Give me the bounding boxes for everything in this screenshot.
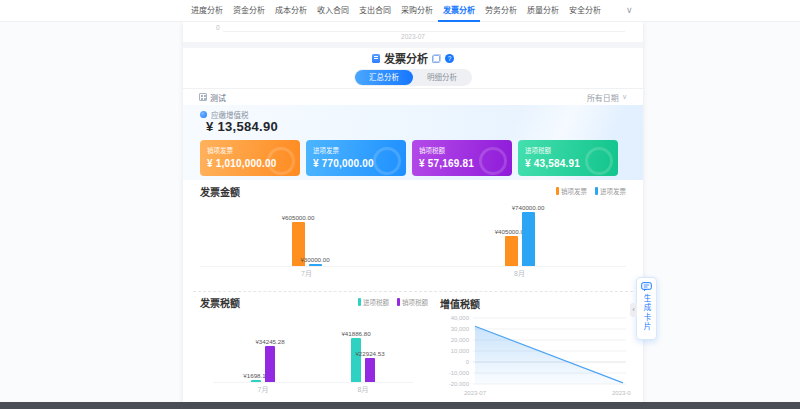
summary-band: 应缴增值税 ¥ 13,584.90 销项发票¥ 1,010,000.00进项发票… [183, 105, 643, 180]
project-label: 测试 [210, 92, 226, 103]
invoice-amount-header: 发票金额 销项发票进项发票 [200, 184, 626, 198]
date-filter-label: 所有日期 [587, 92, 619, 103]
x-axis-label: 8月 [358, 384, 369, 394]
y-tick-label: 40,000 [451, 315, 470, 321]
legend-swatch [397, 298, 400, 306]
nav-tab-9[interactable]: 质量分析 [522, 0, 564, 22]
legend: 销项发票进项发票 [556, 186, 626, 196]
date-filter-dropdown[interactable]: 所有日期 ∨ [587, 92, 627, 103]
bar-group-8月: ¥41886.80¥22924.538月 [351, 328, 375, 382]
x-axis-label: 2023-08 [612, 390, 631, 396]
nav-tab-2[interactable]: 资金分析 [228, 0, 270, 22]
blue-dot-icon [200, 111, 207, 118]
dashed-divider [193, 291, 633, 292]
legend-item[interactable]: 销项税额 [397, 297, 428, 307]
legend-label: 进项税额 [363, 297, 389, 307]
bar-wrap: ¥30000.00 [309, 202, 322, 266]
stat-card-2[interactable]: 进项发票¥ 770,000.00 [306, 140, 406, 176]
legend-label: 销项税额 [402, 297, 428, 307]
nav-tab-8[interactable]: 劳务分析 [480, 0, 522, 22]
page-title: 发票分析 [384, 50, 428, 66]
stat-card-label: 进项发票 [313, 145, 399, 155]
legend: 进项税额销项税额 [358, 297, 428, 307]
nav-tab-7[interactable]: 发票分析 [438, 0, 480, 22]
bar-销项税额-8月 [365, 358, 375, 382]
project-selector[interactable]: 测试 [199, 92, 226, 103]
x-axis-label: 7月 [258, 384, 269, 394]
bar-wrap: ¥1698.11 [251, 328, 261, 382]
vat-value: ¥ 13,584.90 [206, 119, 278, 134]
y-tick-label: -20,000 [449, 381, 470, 387]
bar-wrap: ¥34245.28 [265, 328, 275, 382]
section-divider [183, 42, 643, 48]
y-tick-label: -10,000 [449, 370, 470, 376]
help-icon[interactable]: ? [445, 54, 454, 63]
bar-value-label: ¥740000.00 [512, 204, 545, 211]
bar-进项发票-8月 [522, 212, 535, 266]
bar-进项税额-8月 [351, 338, 361, 382]
view-tab-2[interactable]: 明细分析 [413, 70, 471, 85]
bar-进项发票-7月 [309, 264, 322, 266]
taskbar-strip [0, 402, 800, 409]
nav-tab-5[interactable]: 支出合同 [354, 0, 396, 22]
nav-tabs: 进度分析资金分析成本分析收入合同支出合同采购分析发票分析劳务分析质量分析安全分析 [186, 0, 606, 22]
floating-card-widget[interactable]: ‹ 生成卡片 [636, 277, 657, 340]
legend-item[interactable]: 销项发票 [556, 186, 587, 196]
view-tabs: 汇总分析明细分析 [354, 69, 472, 86]
invoice-tax-bar-chart: ¥1698.11¥34245.287月¥41886.80¥22924.538月 [213, 328, 413, 383]
y-tick-label: 20,000 [451, 337, 470, 343]
bar-wrap: ¥405000.00 [505, 202, 518, 266]
legend-swatch [358, 298, 361, 306]
view-tab-1[interactable]: 汇总分析 [355, 70, 413, 85]
page: 进度分析资金分析成本分析收入合同支出合同采购分析发票分析劳务分析质量分析安全分析… [0, 0, 800, 409]
nav-tab-3[interactable]: 成本分析 [270, 0, 312, 22]
nav-tab-10[interactable]: 安全分析 [564, 0, 606, 22]
invoice-icon [372, 54, 380, 63]
invoice-tax-header: 发票税额 进项税额销项税额 [200, 296, 428, 308]
axis-zero-label: 0 [216, 24, 220, 31]
stat-card-3[interactable]: 销项税额¥ 57,169.81 [412, 140, 512, 176]
building-icon [199, 93, 207, 101]
bar-group-7月: ¥605000.00¥30000.007月 [292, 202, 322, 266]
nav-tab-1[interactable]: 进度分析 [186, 0, 228, 22]
x-axis-label: 8月 [514, 268, 525, 278]
bar-进项税额-7月 [251, 380, 261, 382]
stat-card-label: 进项税额 [525, 145, 611, 155]
chevron-down-icon[interactable]: ∨ [626, 5, 633, 15]
vat-line-chart-title: 增值税额 [440, 296, 480, 311]
legend-label: 销项发票 [561, 186, 587, 196]
stat-card-1[interactable]: 销项发票¥ 1,010,000.00 [200, 140, 300, 176]
nav-tab-6[interactable]: 采购分析 [396, 0, 438, 22]
chevron-down-icon: ∨ [622, 93, 627, 101]
bar-value-label: ¥34245.28 [255, 338, 284, 345]
stat-card-4[interactable]: 进项税额¥ 43,584.91 [518, 140, 618, 176]
content-card: 0 2023-07 发票分析 ? 汇总分析明细分析 测试 所有日期 ∨ [183, 22, 643, 402]
top-nav: 进度分析资金分析成本分析收入合同支出合同采购分析发票分析劳务分析质量分析安全分析… [0, 0, 800, 22]
bar-销项税额-7月 [265, 346, 275, 382]
y-tick-label: 10,000 [451, 348, 470, 354]
stat-card-label: 销项税额 [419, 145, 505, 155]
stat-card-value: ¥ 57,169.81 [419, 158, 505, 169]
divider [183, 88, 643, 89]
copy-icon[interactable] [432, 54, 441, 63]
bar-value-label: ¥30000.00 [300, 256, 329, 263]
stat-card-label: 销项发票 [207, 145, 293, 155]
axis-x-label: 2023-07 [183, 33, 643, 40]
collapse-handle-icon[interactable]: ‹ [630, 303, 637, 317]
previous-chart-remnant: 0 2023-07 [183, 22, 643, 42]
legend-swatch [556, 187, 559, 195]
nav-tab-4[interactable]: 收入合同 [312, 0, 354, 22]
invoice-amount-bar-chart: ¥605000.00¥30000.007月¥405000.00¥740000.0… [200, 202, 626, 267]
toolbar: 测试 所有日期 ∨ [199, 90, 627, 104]
legend-swatch [595, 187, 598, 195]
page-title-row: 发票分析 ? [183, 50, 643, 66]
x-axis-label: 7月 [301, 268, 312, 278]
bar-value-label: ¥22924.53 [355, 350, 384, 357]
card-chat-icon [641, 282, 652, 292]
bar-wrap: ¥740000.00 [522, 202, 535, 266]
legend-item[interactable]: 进项税额 [358, 297, 389, 307]
legend-item[interactable]: 进项发票 [595, 186, 626, 196]
stat-card-value: ¥ 43,584.91 [525, 158, 611, 169]
y-tick-label: 30,000 [451, 326, 470, 332]
legend-label: 进项发票 [600, 186, 626, 196]
